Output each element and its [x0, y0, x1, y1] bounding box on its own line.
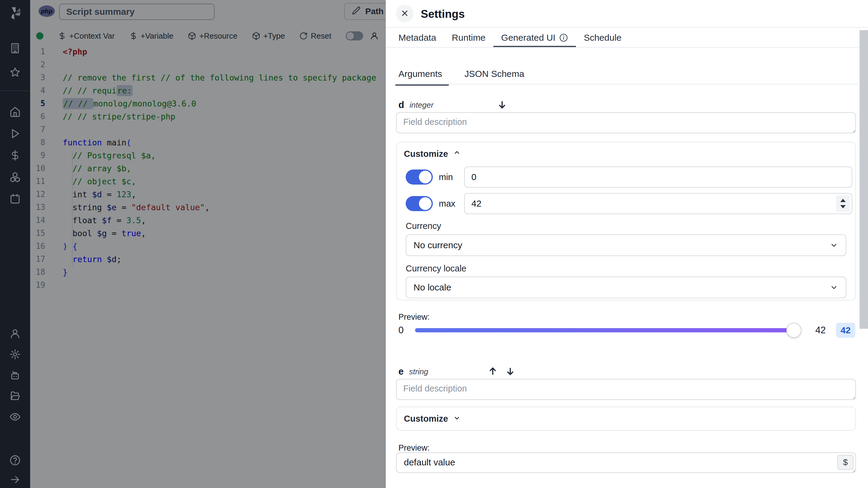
field-e-type: string	[409, 367, 428, 376]
tab-generated-ui[interactable]: Generated UI	[493, 28, 576, 48]
tab-metadata[interactable]: Metadata	[398, 28, 444, 48]
max-row: max	[406, 193, 852, 214]
chevron-down-icon	[453, 414, 461, 424]
spinner-down-icon[interactable]	[840, 205, 846, 208]
slider-thumb[interactable]	[786, 323, 801, 338]
tab-label: Schedule	[584, 33, 621, 43]
tab-label: Generated UI	[501, 33, 555, 43]
toggle-knob	[419, 171, 432, 183]
min-row: min	[406, 167, 852, 188]
settings-drawer: Settings MetadataRuntimeGenerated UISche…	[386, 0, 868, 488]
tab-label: Metadata	[398, 33, 436, 43]
field-d-header: d integer	[398, 99, 508, 111]
info-icon[interactable]	[559, 33, 568, 42]
drawer-scrollbar[interactable]	[860, 30, 868, 329]
tab-label: Runtime	[452, 33, 486, 43]
customize-toggle-e[interactable]: Customize	[397, 407, 855, 424]
slider-min-label: 0	[398, 325, 404, 336]
chevron-down-icon	[830, 241, 838, 250]
locale-value: No locale	[413, 282, 451, 292]
chevron-up-icon	[453, 149, 461, 159]
slider-value-badge: 42	[836, 323, 855, 338]
arrow-down-icon	[505, 373, 516, 377]
preview-label-d: Preview:	[398, 313, 430, 322]
app-window: php Path +Context Var+Variable+Resource+…	[0, 0, 868, 488]
tabs-divider	[386, 47, 868, 48]
field-d-name: d	[398, 99, 404, 110]
close-drawer-button[interactable]	[396, 5, 413, 22]
tab-runtime[interactable]: Runtime	[444, 28, 493, 48]
field-d-type: integer	[410, 101, 434, 110]
customize-label: Customize	[404, 149, 448, 159]
arrow-up-icon	[488, 373, 498, 377]
customize-label: Customize	[404, 414, 448, 424]
customize-toggle-d[interactable]: Customize	[397, 142, 855, 159]
subtab-arguments[interactable]: Arguments	[398, 64, 456, 85]
tab-schedule[interactable]: Schedule	[576, 28, 629, 48]
field-e-description-input[interactable]	[396, 379, 856, 400]
settings-tabs: MetadataRuntimeGenerated UISchedule	[398, 28, 629, 48]
currency-locale-label: Currency locale	[406, 264, 466, 274]
field-e-customize-panel: Customize	[396, 407, 856, 431]
subtabs-divider	[396, 84, 858, 84]
generated-ui-subtabs: ArgumentsJSON Schema	[398, 64, 533, 85]
field-e-preview-input[interactable]: default value	[396, 452, 856, 473]
currency-value: No currency	[413, 240, 462, 250]
number-spinner[interactable]	[836, 196, 850, 212]
preview-label-e: Preview:	[398, 443, 430, 453]
field-d-description-input[interactable]	[396, 112, 856, 133]
max-label: max	[439, 199, 458, 209]
min-label: min	[439, 172, 458, 182]
drawer-title: Settings	[421, 8, 465, 21]
slider-row: 0 42 42	[398, 322, 858, 338]
max-toggle[interactable]	[406, 196, 433, 211]
field-e-name: e	[398, 366, 404, 377]
chevron-down-icon	[830, 283, 838, 292]
currency-select[interactable]: No currency	[406, 234, 846, 256]
field-e-header: e string	[398, 366, 516, 378]
slider-track[interactable]	[415, 328, 797, 333]
move-down-button[interactable]	[496, 99, 508, 111]
arrow-down-icon	[497, 106, 507, 111]
currency-label: Currency	[406, 221, 441, 231]
subtab-json-schema[interactable]: JSON Schema	[456, 64, 533, 85]
close-icon	[401, 9, 409, 19]
insert-variable-button[interactable]: $	[837, 455, 854, 470]
move-down-button[interactable]	[504, 366, 516, 378]
max-value-input[interactable]	[464, 193, 852, 214]
slider-max-label: 42	[815, 325, 826, 336]
toggle-knob	[419, 197, 432, 210]
min-value-input[interactable]	[464, 167, 852, 188]
move-up-button[interactable]	[487, 366, 499, 378]
currency-locale-select[interactable]: No locale	[406, 277, 846, 298]
spinner-up-icon[interactable]	[840, 199, 846, 202]
min-toggle[interactable]	[406, 170, 433, 184]
